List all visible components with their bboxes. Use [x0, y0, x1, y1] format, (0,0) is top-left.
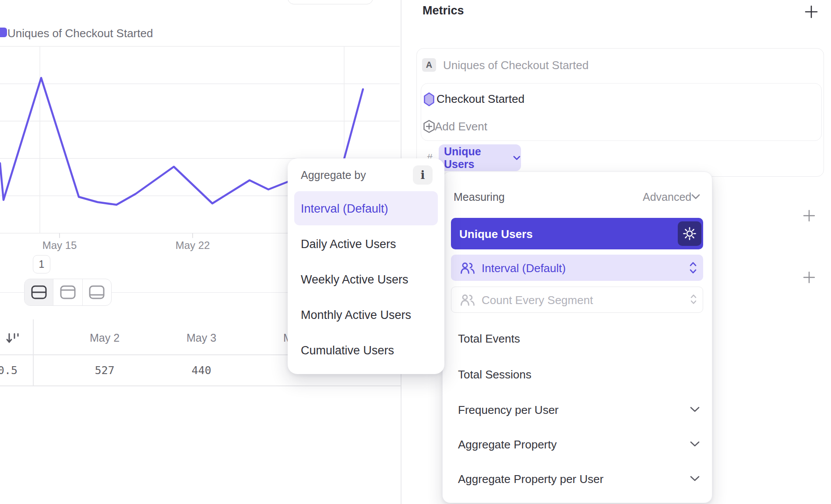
- table-cell-may3: 440: [166, 364, 236, 377]
- chevron-down-icon: [513, 155, 521, 161]
- info-button[interactable]: i: [413, 165, 433, 185]
- measuring-option-aggregate-property[interactable]: Aggregate Property: [458, 438, 556, 452]
- pagination-badge[interactable]: 1: [33, 255, 50, 273]
- add-breakdown-icon[interactable]: [803, 271, 815, 284]
- table-cell-may2: 527: [70, 364, 140, 377]
- table-header-may3[interactable]: May 3: [166, 332, 236, 344]
- event-name: Checkout Started: [437, 92, 525, 106]
- measurement-chip-label: Unique Users: [444, 145, 509, 171]
- table-bottom-border: [0, 385, 401, 386]
- aggregate-option-monthly-active-users[interactable]: Monthly Active Users: [301, 308, 411, 322]
- svg-text:May 15: May 15: [42, 239, 77, 251]
- sort-rows-icon[interactable]: [5, 331, 20, 346]
- chart-legend[interactable]: Uniques of Checkout Started: [7, 27, 153, 39]
- layout-table-only-button[interactable]: [83, 279, 111, 305]
- metric-title[interactable]: Uniques of Checkout Started: [443, 59, 588, 72]
- aggregate-by-popup: [288, 158, 444, 374]
- measuring-option-aggregate-property-per-user[interactable]: Aggregate Property per User: [458, 472, 603, 486]
- legend-label: Uniques of Checkout Started: [7, 27, 153, 40]
- svg-text:May 22: May 22: [176, 239, 210, 251]
- metric-letter-badge: A: [422, 58, 436, 72]
- metrics-panel-title: Metrics: [423, 4, 464, 18]
- chevron-down-icon[interactable]: [690, 406, 700, 413]
- event-hexagon-icon: [424, 92, 434, 106]
- layout-table-only-icon: [89, 285, 105, 299]
- add-event-hexagon-plus-icon: [423, 120, 435, 133]
- event-row[interactable]: Checkout Started: [424, 92, 525, 106]
- table-column-divider: [33, 319, 34, 385]
- aggregate-option-daily-active-users[interactable]: Daily Active Users: [301, 238, 396, 251]
- add-event-button[interactable]: Add Event: [423, 120, 487, 133]
- up-down-icon-disabled: [690, 293, 697, 305]
- up-down-icon: [688, 261, 698, 275]
- aggregate-option-cumulative-users[interactable]: Cumulative Users: [301, 344, 394, 357]
- measuring-option-total-sessions[interactable]: Total Sessions: [458, 368, 532, 382]
- users-icon-disabled: [460, 293, 475, 307]
- chevron-down-icon[interactable]: [690, 441, 700, 448]
- aggregate-option-interval-default[interactable]: Interval (Default): [301, 202, 388, 216]
- toolbar-pill-cutoff[interactable]: [288, 0, 373, 4]
- chevron-down-icon[interactable]: [690, 475, 700, 482]
- measuring-title: Measuring: [454, 191, 505, 203]
- layout-split-button[interactable]: [25, 279, 53, 305]
- users-icon: [460, 261, 475, 275]
- measurement-chip[interactable]: Unique Users: [439, 144, 521, 171]
- layout-chart-only-button[interactable]: [53, 279, 82, 305]
- layout-toggle-group: [24, 279, 112, 306]
- gear-icon: [682, 226, 697, 241]
- gear-button[interactable]: [678, 221, 701, 246]
- measuring-option-total-events[interactable]: Total Events: [458, 332, 520, 346]
- measuring-option-frequency-per-user[interactable]: Frequency per User: [458, 403, 559, 417]
- table-cell-clipped: 0.5: [0, 364, 18, 377]
- layout-chart-only-icon: [60, 285, 76, 299]
- measuring-option-unique-users-label: Unique Users: [459, 228, 533, 241]
- layout-split-icon: [31, 285, 47, 299]
- advanced-toggle[interactable]: Advanced: [643, 191, 691, 203]
- aggregate-option-weekly-active-users[interactable]: Weekly Active Users: [301, 273, 408, 287]
- add-filter-icon[interactable]: [803, 210, 815, 222]
- measuring-option-interval-label: Interval (Default): [482, 262, 566, 275]
- measuring-option-count-label: Count Every Segment: [482, 294, 593, 307]
- info-icon: i: [421, 168, 425, 182]
- aggregate-by-title: Aggregate by: [301, 169, 366, 182]
- table-header-may2[interactable]: May 2: [70, 332, 140, 344]
- legend-color-chip: [0, 28, 7, 37]
- chevron-down-icon[interactable]: [691, 193, 701, 200]
- add-event-label: Add Event: [435, 120, 487, 133]
- add-metric-icon[interactable]: [804, 5, 818, 19]
